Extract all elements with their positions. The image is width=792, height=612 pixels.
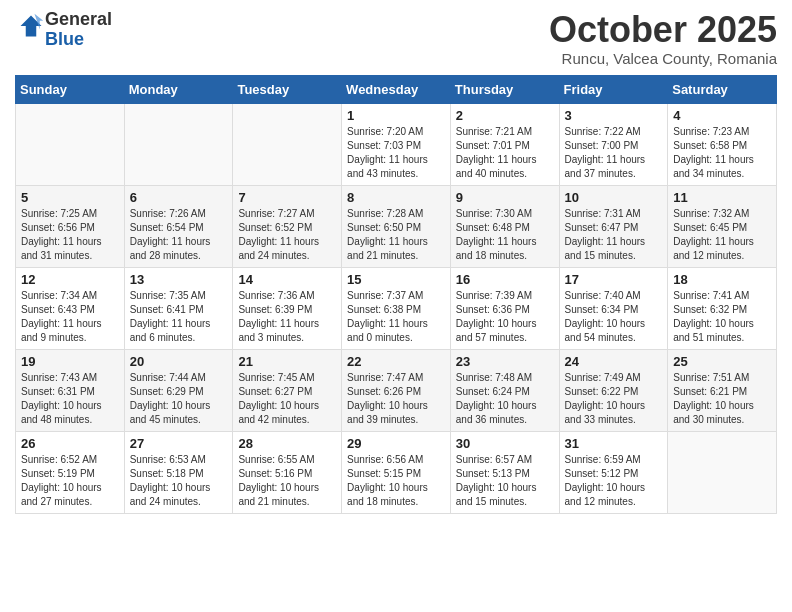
day-number: 13 [130, 272, 228, 287]
day-info: Sunrise: 7:30 AMSunset: 6:48 PMDaylight:… [456, 207, 554, 263]
day-info: Sunrise: 7:43 AMSunset: 6:31 PMDaylight:… [21, 371, 119, 427]
day-number: 5 [21, 190, 119, 205]
day-info: Sunrise: 6:59 AMSunset: 5:12 PMDaylight:… [565, 453, 663, 509]
day-cell: 5Sunrise: 7:25 AMSunset: 6:56 PMDaylight… [16, 185, 125, 267]
day-info: Sunrise: 6:52 AMSunset: 5:19 PMDaylight:… [21, 453, 119, 509]
day-number: 21 [238, 354, 336, 369]
day-info: Sunrise: 7:45 AMSunset: 6:27 PMDaylight:… [238, 371, 336, 427]
day-info: Sunrise: 7:35 AMSunset: 6:41 PMDaylight:… [130, 289, 228, 345]
title-section: October 2025 Runcu, Valcea County, Roman… [549, 10, 777, 67]
day-number: 1 [347, 108, 445, 123]
day-number: 29 [347, 436, 445, 451]
day-cell [668, 431, 777, 513]
logo-text: General Blue [45, 10, 112, 50]
day-number: 2 [456, 108, 554, 123]
day-info: Sunrise: 7:20 AMSunset: 7:03 PMDaylight:… [347, 125, 445, 181]
day-number: 16 [456, 272, 554, 287]
day-info: Sunrise: 7:28 AMSunset: 6:50 PMDaylight:… [347, 207, 445, 263]
day-cell: 17Sunrise: 7:40 AMSunset: 6:34 PMDayligh… [559, 267, 668, 349]
header-sunday: Sunday [16, 75, 125, 103]
header-wednesday: Wednesday [342, 75, 451, 103]
day-cell: 4Sunrise: 7:23 AMSunset: 6:58 PMDaylight… [668, 103, 777, 185]
day-cell: 13Sunrise: 7:35 AMSunset: 6:41 PMDayligh… [124, 267, 233, 349]
calendar-page: General Blue October 2025 Runcu, Valcea … [0, 0, 792, 612]
weekday-header-row: Sunday Monday Tuesday Wednesday Thursday… [16, 75, 777, 103]
day-number: 18 [673, 272, 771, 287]
day-number: 9 [456, 190, 554, 205]
day-info: Sunrise: 6:55 AMSunset: 5:16 PMDaylight:… [238, 453, 336, 509]
week-row-5: 26Sunrise: 6:52 AMSunset: 5:19 PMDayligh… [16, 431, 777, 513]
day-cell: 10Sunrise: 7:31 AMSunset: 6:47 PMDayligh… [559, 185, 668, 267]
day-info: Sunrise: 7:34 AMSunset: 6:43 PMDaylight:… [21, 289, 119, 345]
day-number: 11 [673, 190, 771, 205]
day-cell [16, 103, 125, 185]
day-cell: 11Sunrise: 7:32 AMSunset: 6:45 PMDayligh… [668, 185, 777, 267]
day-number: 22 [347, 354, 445, 369]
day-info: Sunrise: 7:47 AMSunset: 6:26 PMDaylight:… [347, 371, 445, 427]
day-number: 17 [565, 272, 663, 287]
week-row-3: 12Sunrise: 7:34 AMSunset: 6:43 PMDayligh… [16, 267, 777, 349]
header-monday: Monday [124, 75, 233, 103]
week-row-2: 5Sunrise: 7:25 AMSunset: 6:56 PMDaylight… [16, 185, 777, 267]
day-info: Sunrise: 7:26 AMSunset: 6:54 PMDaylight:… [130, 207, 228, 263]
day-info: Sunrise: 7:41 AMSunset: 6:32 PMDaylight:… [673, 289, 771, 345]
day-cell: 30Sunrise: 6:57 AMSunset: 5:13 PMDayligh… [450, 431, 559, 513]
day-cell: 14Sunrise: 7:36 AMSunset: 6:39 PMDayligh… [233, 267, 342, 349]
day-number: 4 [673, 108, 771, 123]
day-info: Sunrise: 7:32 AMSunset: 6:45 PMDaylight:… [673, 207, 771, 263]
day-cell: 20Sunrise: 7:44 AMSunset: 6:29 PMDayligh… [124, 349, 233, 431]
day-number: 23 [456, 354, 554, 369]
day-cell [124, 103, 233, 185]
calendar-table: Sunday Monday Tuesday Wednesday Thursday… [15, 75, 777, 514]
day-info: Sunrise: 6:57 AMSunset: 5:13 PMDaylight:… [456, 453, 554, 509]
day-info: Sunrise: 7:22 AMSunset: 7:00 PMDaylight:… [565, 125, 663, 181]
day-cell: 31Sunrise: 6:59 AMSunset: 5:12 PMDayligh… [559, 431, 668, 513]
day-cell: 19Sunrise: 7:43 AMSunset: 6:31 PMDayligh… [16, 349, 125, 431]
calendar-subtitle: Runcu, Valcea County, Romania [549, 50, 777, 67]
day-cell: 18Sunrise: 7:41 AMSunset: 6:32 PMDayligh… [668, 267, 777, 349]
logo-blue: Blue [45, 30, 112, 50]
day-cell: 15Sunrise: 7:37 AMSunset: 6:38 PMDayligh… [342, 267, 451, 349]
day-number: 3 [565, 108, 663, 123]
day-cell: 27Sunrise: 6:53 AMSunset: 5:18 PMDayligh… [124, 431, 233, 513]
day-info: Sunrise: 7:31 AMSunset: 6:47 PMDaylight:… [565, 207, 663, 263]
day-number: 12 [21, 272, 119, 287]
day-info: Sunrise: 7:51 AMSunset: 6:21 PMDaylight:… [673, 371, 771, 427]
day-number: 27 [130, 436, 228, 451]
logo: General Blue [15, 10, 112, 50]
calendar-body: 1Sunrise: 7:20 AMSunset: 7:03 PMDaylight… [16, 103, 777, 513]
day-cell: 1Sunrise: 7:20 AMSunset: 7:03 PMDaylight… [342, 103, 451, 185]
day-cell: 22Sunrise: 7:47 AMSunset: 6:26 PMDayligh… [342, 349, 451, 431]
day-info: Sunrise: 7:48 AMSunset: 6:24 PMDaylight:… [456, 371, 554, 427]
header-thursday: Thursday [450, 75, 559, 103]
day-cell: 29Sunrise: 6:56 AMSunset: 5:15 PMDayligh… [342, 431, 451, 513]
day-cell: 25Sunrise: 7:51 AMSunset: 6:21 PMDayligh… [668, 349, 777, 431]
day-cell: 24Sunrise: 7:49 AMSunset: 6:22 PMDayligh… [559, 349, 668, 431]
day-info: Sunrise: 7:49 AMSunset: 6:22 PMDaylight:… [565, 371, 663, 427]
day-number: 10 [565, 190, 663, 205]
week-row-1: 1Sunrise: 7:20 AMSunset: 7:03 PMDaylight… [16, 103, 777, 185]
day-number: 15 [347, 272, 445, 287]
day-cell: 16Sunrise: 7:39 AMSunset: 6:36 PMDayligh… [450, 267, 559, 349]
day-info: Sunrise: 6:56 AMSunset: 5:15 PMDaylight:… [347, 453, 445, 509]
week-row-4: 19Sunrise: 7:43 AMSunset: 6:31 PMDayligh… [16, 349, 777, 431]
day-number: 25 [673, 354, 771, 369]
day-cell: 23Sunrise: 7:48 AMSunset: 6:24 PMDayligh… [450, 349, 559, 431]
day-cell: 21Sunrise: 7:45 AMSunset: 6:27 PMDayligh… [233, 349, 342, 431]
day-number: 24 [565, 354, 663, 369]
day-cell: 2Sunrise: 7:21 AMSunset: 7:01 PMDaylight… [450, 103, 559, 185]
logo-icon [17, 12, 45, 40]
day-info: Sunrise: 7:23 AMSunset: 6:58 PMDaylight:… [673, 125, 771, 181]
day-number: 20 [130, 354, 228, 369]
header-tuesday: Tuesday [233, 75, 342, 103]
day-number: 26 [21, 436, 119, 451]
day-cell: 28Sunrise: 6:55 AMSunset: 5:16 PMDayligh… [233, 431, 342, 513]
day-cell: 3Sunrise: 7:22 AMSunset: 7:00 PMDaylight… [559, 103, 668, 185]
day-cell: 8Sunrise: 7:28 AMSunset: 6:50 PMDaylight… [342, 185, 451, 267]
header: General Blue October 2025 Runcu, Valcea … [15, 10, 777, 67]
day-number: 19 [21, 354, 119, 369]
day-info: Sunrise: 7:44 AMSunset: 6:29 PMDaylight:… [130, 371, 228, 427]
day-cell: 12Sunrise: 7:34 AMSunset: 6:43 PMDayligh… [16, 267, 125, 349]
day-cell [233, 103, 342, 185]
day-info: Sunrise: 7:40 AMSunset: 6:34 PMDaylight:… [565, 289, 663, 345]
